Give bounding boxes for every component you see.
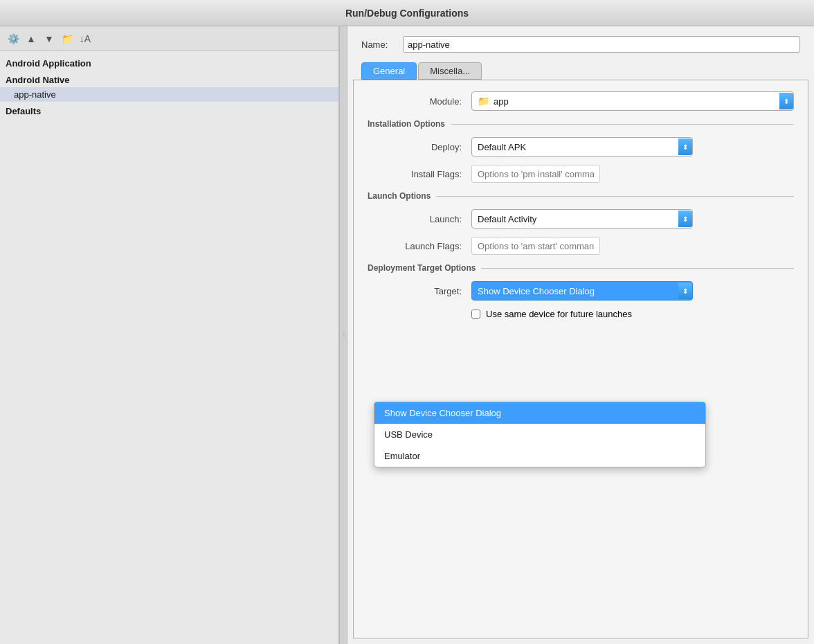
deploy-control: Default APK ⬍ xyxy=(471,137,794,156)
tab-miscellaneous[interactable]: Miscella... xyxy=(418,62,482,80)
install-flags-row: Install Flags: xyxy=(368,165,794,183)
install-flags-label: Install Flags: xyxy=(381,169,471,179)
install-flags-control xyxy=(471,165,794,183)
move-down-button[interactable]: ▼ xyxy=(42,31,57,46)
launch-dropdown-arrow: ⬍ xyxy=(678,211,692,227)
target-control: Show Device Chooser Dialog ⬍ xyxy=(471,281,794,301)
deploy-dropdown[interactable]: Default APK ⬍ xyxy=(471,137,693,156)
deploy-dropdown-arrow: ⬍ xyxy=(678,138,692,155)
sidebar-toolbar: ⚙️ ▲ ▼ 📁 ↓A xyxy=(0,26,338,51)
sidebar-tree: Android Application Android Native app-n… xyxy=(0,51,338,644)
launch-value: Default Activity xyxy=(478,214,674,224)
tabs-row: General Miscella... xyxy=(347,60,814,80)
dropdown-option-usb-device[interactable]: USB Device xyxy=(374,424,705,445)
splitter-handle[interactable]: ⋮ xyxy=(339,26,347,644)
future-launches-checkbox[interactable] xyxy=(471,310,480,319)
right-panel: Name: General Miscella... Module: 📁 app … xyxy=(347,26,814,644)
launch-row: Launch: Default Activity ⬍ xyxy=(368,209,794,229)
launch-flags-input[interactable] xyxy=(471,237,600,255)
sidebar-item-app-native[interactable]: app-native xyxy=(0,87,338,102)
launch-control: Default Activity ⬍ xyxy=(471,209,794,229)
target-dropdown-popup: Show Device Chooser Dialog USB Device Em… xyxy=(374,402,706,467)
deploy-value: Default APK xyxy=(478,142,674,152)
sidebar-item-android-native[interactable]: Android Native xyxy=(0,71,338,87)
name-input[interactable] xyxy=(403,36,800,53)
target-dropdown-arrow: ⬍ xyxy=(678,283,692,299)
section-installation-options: Installation Options xyxy=(368,119,794,129)
sidebar-item-android-application[interactable]: Android Application xyxy=(0,54,338,71)
module-value: app xyxy=(494,96,775,107)
name-row: Name: xyxy=(347,26,814,60)
title-text: Run/Debug Configurations xyxy=(345,8,469,19)
deploy-label: Deploy: xyxy=(381,142,471,152)
target-value: Show Device Chooser Dialog xyxy=(478,286,674,296)
target-label: Target: xyxy=(381,286,471,296)
tab-general[interactable]: General xyxy=(361,62,417,80)
move-up-button[interactable]: ▲ xyxy=(24,31,39,46)
checkbox-label: Use same device for future launches xyxy=(486,309,632,319)
module-folder-icon: 📁 xyxy=(478,96,489,107)
name-label: Name: xyxy=(361,39,396,50)
checkbox-row: Use same device for future launches xyxy=(368,309,794,319)
module-control: 📁 app ⬍ xyxy=(471,91,794,111)
section-deployment-target: Deployment Target Options xyxy=(368,263,794,273)
module-label: Module: xyxy=(381,96,471,107)
tab-content-general: Module: 📁 app ⬍ Installation Options Dep… xyxy=(353,80,808,638)
dropdown-option-emulator[interactable]: Emulator xyxy=(374,445,705,467)
section-launch-options: Launch Options xyxy=(368,191,794,201)
settings-button[interactable]: ⚙️ xyxy=(6,31,21,46)
dropdown-option-show-device[interactable]: Show Device Chooser Dialog xyxy=(374,402,705,424)
module-dropdown[interactable]: 📁 app ⬍ xyxy=(471,91,794,111)
sidebar-item-defaults[interactable]: Defaults xyxy=(0,102,338,118)
main-layout: ⚙️ ▲ ▼ 📁 ↓A Android Application Android … xyxy=(0,26,814,644)
deploy-row: Deploy: Default APK ⬍ xyxy=(368,137,794,156)
sort-button[interactable]: ↓A xyxy=(78,31,93,46)
module-dropdown-arrow: ⬍ xyxy=(779,93,793,109)
title-bar: Run/Debug Configurations xyxy=(0,0,814,26)
folder-button[interactable]: 📁 xyxy=(60,31,75,46)
target-row: Target: Show Device Chooser Dialog ⬍ xyxy=(368,281,794,301)
module-row: Module: 📁 app ⬍ xyxy=(368,91,794,111)
launch-flags-label: Launch Flags: xyxy=(381,241,471,251)
launch-dropdown[interactable]: Default Activity ⬍ xyxy=(471,209,693,229)
launch-label: Launch: xyxy=(381,214,471,224)
sidebar: ⚙️ ▲ ▼ 📁 ↓A Android Application Android … xyxy=(0,26,339,644)
launch-flags-row: Launch Flags: xyxy=(368,237,794,255)
target-dropdown[interactable]: Show Device Chooser Dialog ⬍ xyxy=(471,281,693,301)
launch-flags-control xyxy=(471,237,794,255)
install-flags-input[interactable] xyxy=(471,165,600,183)
